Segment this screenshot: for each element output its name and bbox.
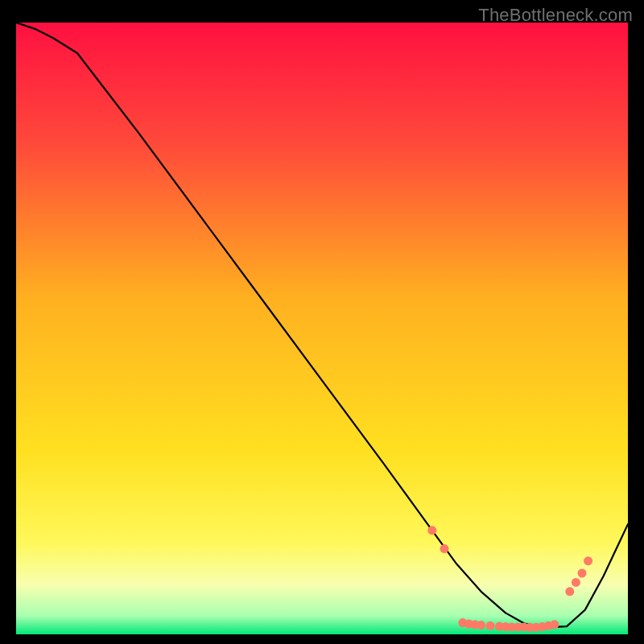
data-marker <box>427 526 436 535</box>
data-marker <box>578 569 587 578</box>
chart-area <box>16 23 628 634</box>
data-marker <box>550 620 559 629</box>
data-marker <box>486 621 495 630</box>
data-marker <box>565 587 574 596</box>
chart-background-gradient <box>16 23 628 634</box>
data-marker <box>584 556 592 565</box>
chart-svg <box>16 23 628 634</box>
data-marker <box>477 621 485 630</box>
data-marker <box>440 544 449 553</box>
data-marker <box>572 578 580 587</box>
